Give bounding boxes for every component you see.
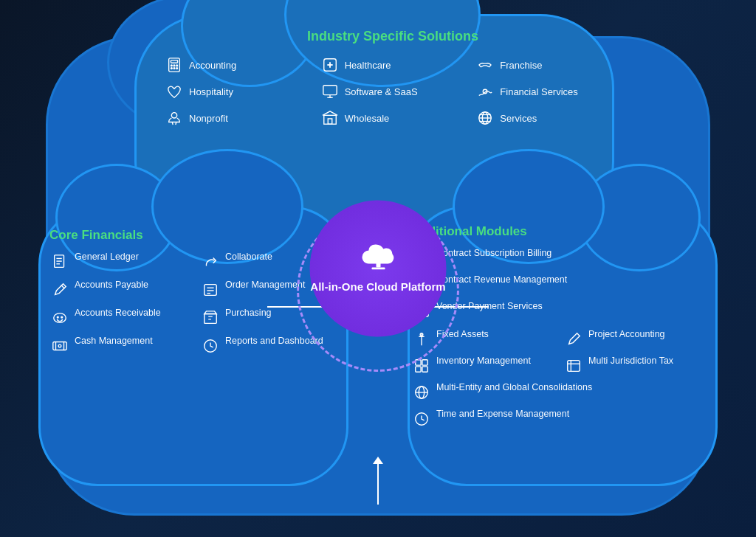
industry-title: Industry Specific Solutions <box>164 29 622 44</box>
svg-rect-46 <box>422 360 427 365</box>
svg-rect-34 <box>53 342 66 350</box>
svg-rect-14 <box>323 115 336 124</box>
core-item-general-ledger: General Ledger <box>49 252 194 272</box>
svg-point-3 <box>173 65 175 66</box>
collaborate-icon <box>200 252 221 272</box>
wholesale-label: Wholesale <box>345 113 390 124</box>
industry-item-accounting: Accounting <box>164 55 311 75</box>
additional-title: Additional Modules <box>411 224 707 239</box>
industry-item-franchise: Franchise <box>475 55 622 75</box>
svg-line-25 <box>61 285 65 289</box>
contract-billing-label: Contract Subscription Billing <box>436 248 551 258</box>
cash-icon <box>49 336 70 356</box>
financial-label: Financial Services <box>500 86 578 97</box>
svg-rect-1 <box>171 60 177 63</box>
core-item-accounts-payable: Accounts Payable <box>49 280 194 300</box>
inventory-label: Inventory Management <box>436 356 531 366</box>
services-label: Services <box>500 113 537 124</box>
hospitality-label: Hospitality <box>189 86 233 97</box>
payable-icon <box>49 280 70 300</box>
svg-rect-11 <box>323 86 336 95</box>
svg-rect-56 <box>376 263 380 268</box>
svg-rect-33 <box>205 314 217 324</box>
software-label: Software & SaaS <box>345 86 418 97</box>
receivable-icon <box>49 308 70 328</box>
accounting-label: Accounting <box>189 60 236 71</box>
center-title: All-in-One Cloud Platform <box>310 280 445 294</box>
industry-item-wholesale: Wholesale <box>320 108 467 128</box>
industry-item-services: Services <box>475 108 622 128</box>
purchasing-label: Purchasing <box>225 308 272 318</box>
industry-section: Industry Specific Solutions Accounting H… <box>164 29 622 128</box>
industry-item-financial: Financial Services <box>475 81 622 102</box>
accounts-payable-label: Accounts Payable <box>75 280 148 290</box>
svg-point-31 <box>57 316 58 318</box>
additional-item-time-expense: Time and Expense Management <box>411 409 707 429</box>
franchise-label: Franchise <box>500 60 542 71</box>
calculator-icon <box>164 55 185 75</box>
health-icon <box>320 55 340 75</box>
svg-point-2 <box>171 65 172 66</box>
order-management-label: Order Management <box>225 280 305 290</box>
additional-item-inventory: Inventory Management <box>411 356 554 376</box>
svg-point-5 <box>171 68 172 69</box>
svg-rect-57 <box>371 268 385 270</box>
svg-point-7 <box>176 68 178 69</box>
additional-item-multi-entity: Multi-Entity and Global Consolidations <box>411 382 707 403</box>
additional-item-tax: Multi Jurisdiction Tax <box>563 356 707 376</box>
accounts-receivable-label: Accounts Receivable <box>75 308 161 318</box>
reports-label: Reports and Dashboard <box>225 336 323 346</box>
diagram-container: Industry Specific Solutions Accounting H… <box>24 14 732 523</box>
project-icon <box>563 329 584 350</box>
tax-label: Multi Jurisdiction Tax <box>588 356 673 366</box>
center-circle: All-in-One Cloud Platform <box>310 201 447 337</box>
additional-section: Additional Modules Contract Subscription… <box>411 224 707 429</box>
industry-grid: Accounting Healthcare Franchise <box>164 55 622 128</box>
core-item-accounts-receivable: Accounts Receivable <box>49 308 194 328</box>
svg-point-6 <box>173 68 175 69</box>
multi-entity-label: Multi-Entity and Global Consolidations <box>436 382 592 392</box>
collaborate-label: Collaborate <box>225 252 272 262</box>
cash-management-label: Cash Management <box>75 336 153 346</box>
nonprofit-label: Nonprofit <box>189 113 228 124</box>
industry-item-nonprofit: Nonprofit <box>164 108 311 128</box>
project-accounting-label: Project Accounting <box>588 329 665 339</box>
order-icon <box>200 280 221 300</box>
healthcare-label: Healthcare <box>345 60 391 71</box>
nonprofit-icon <box>164 108 185 128</box>
globe-icon <box>475 108 495 128</box>
industry-item-software: Software & SaaS <box>320 81 467 102</box>
svg-rect-49 <box>568 361 580 372</box>
reports-icon <box>200 336 221 356</box>
multi-entity-icon <box>411 382 432 403</box>
additional-item-project-accounting: Project Accounting <box>563 329 707 350</box>
additional-grid: Fixed Assets Project Accounting Inventor… <box>411 329 707 376</box>
svg-rect-47 <box>416 367 421 372</box>
monitor-icon <box>320 81 340 102</box>
handshake-icon <box>475 55 495 75</box>
additional-full-items: Multi-Entity and Global Consolidations T… <box>411 382 707 429</box>
center-cloud-icon <box>360 243 396 277</box>
time-expense-label: Time and Expense Management <box>436 409 569 419</box>
svg-rect-15 <box>328 119 332 124</box>
arrowhead-bottom <box>373 457 383 464</box>
core-item-cash-management: Cash Management <box>49 336 194 356</box>
industry-item-healthcare: Healthcare <box>320 55 467 75</box>
additional-item-contract-billing: Contract Subscription Billing <box>411 248 707 268</box>
svg-point-32 <box>61 316 63 318</box>
tax-icon <box>563 356 584 376</box>
finance-icon <box>475 81 495 102</box>
heart-icon <box>164 81 185 102</box>
svg-point-4 <box>176 65 178 66</box>
general-ledger-label: General Ledger <box>75 252 139 262</box>
svg-point-13 <box>171 113 176 118</box>
industry-item-hospitality: Hospitality <box>164 81 311 102</box>
building-icon <box>320 108 340 128</box>
ledger-icon <box>49 252 70 272</box>
core-title: Core Financials <box>49 228 345 243</box>
svg-rect-48 <box>422 367 427 372</box>
purchasing-icon <box>200 308 221 328</box>
time-icon <box>411 409 432 429</box>
connector-bottom <box>377 460 379 505</box>
svg-point-37 <box>58 344 61 347</box>
